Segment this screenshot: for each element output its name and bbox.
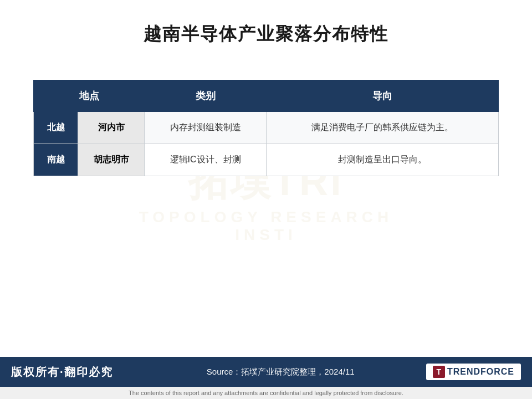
table-header-row: 地点 类别 导向 — [34, 80, 499, 112]
footer-copyright: 版权所有·翻印必究 — [11, 365, 135, 380]
region-north: 北越 — [34, 112, 78, 144]
slide: 拓墣TRi TOPOLOGY RESEARCH INSTI 越南半导体产业聚落分… — [0, 0, 532, 399]
direction-south: 封测制造呈出口导向。 — [267, 144, 499, 176]
city-hcm: 胡志明市 — [78, 144, 145, 176]
header-direction: 导向 — [267, 80, 499, 112]
trendforce-label: TRENDFORCE — [447, 367, 514, 377]
table-row: 北越 河内市 内存封测组装制造 满足消费电子厂的韩系供应链为主。 — [34, 112, 499, 144]
trendforce-icon: T — [433, 366, 445, 378]
slide-title: 越南半导体产业聚落分布特性 — [144, 22, 388, 47]
main-content: 越南半导体产业聚落分布特性 地点 类别 导向 北越 河内市 内存封测组装制造 满… — [0, 0, 532, 357]
footer-logo: T TRENDFORCE — [426, 364, 521, 380]
header-type: 类别 — [145, 80, 267, 112]
footer: 版权所有·翻印必究 Source：拓墣产业研究院整理，2024/11 T TRE… — [0, 357, 532, 387]
direction-north: 满足消费电子厂的韩系供应链为主。 — [267, 112, 499, 144]
header-location: 地点 — [34, 80, 145, 112]
footer-source: Source：拓墣产业研究院整理，2024/11 — [135, 367, 426, 377]
region-south: 南越 — [34, 144, 78, 176]
type-south: 逻辑IC设计、封测 — [145, 144, 267, 176]
table-row: 南越 胡志明市 逻辑IC设计、封测 封测制造呈出口导向。 — [34, 144, 499, 176]
disclaimer: The contents of this report and any atta… — [0, 387, 532, 399]
city-hanoi: 河内市 — [78, 112, 145, 144]
type-north: 内存封测组装制造 — [145, 112, 267, 144]
data-table: 地点 类别 导向 北越 河内市 内存封测组装制造 满足消费电子厂的韩系供应链为主… — [33, 80, 499, 176]
